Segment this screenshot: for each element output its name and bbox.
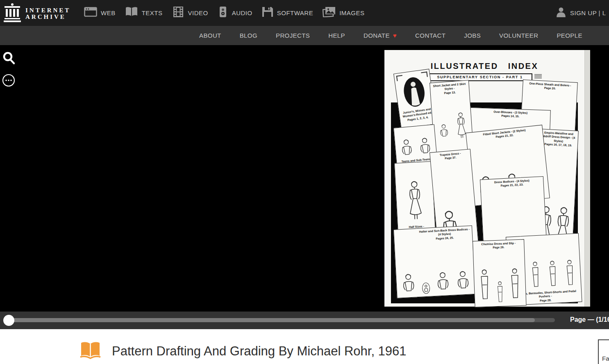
nav-blog[interactable]: BLOG	[240, 32, 257, 39]
nav-software[interactable]: SOFTWARE	[262, 7, 313, 19]
nav-volunteer[interactable]: VOLUNTEER	[499, 32, 538, 39]
audio-icon	[218, 7, 228, 19]
archive-building-icon	[3, 3, 21, 24]
page-title: ILLUSTRATED INDEX	[384, 61, 584, 71]
nav-video-label: VIDEO	[188, 9, 208, 16]
page-indicator: Page — (1/16	[570, 316, 609, 323]
item-info-bar: Pattern Drafting And Grading By Michael …	[0, 329, 609, 364]
video-icon	[172, 7, 184, 19]
nav-audio[interactable]: AUDIO	[218, 7, 252, 19]
media-type-nav: WEB TEXTS VIDEO	[84, 0, 365, 25]
nav-images-label: IMAGES	[339, 9, 364, 16]
sign-up-link[interactable]: SIGN UP | L	[556, 0, 606, 25]
top-navigation-bar: INTERNET ARCHIVE WEB TEXTS	[0, 0, 609, 25]
scrubber-track-loaded	[8, 318, 535, 322]
internet-archive-logo[interactable]: INTERNET ARCHIVE	[3, 3, 70, 24]
book-title: Pattern Drafting And Grading By Michael …	[112, 344, 407, 359]
donate-heart-icon: ♥	[393, 32, 397, 39]
nav-contact[interactable]: CONTACT	[415, 32, 445, 39]
book-icon	[80, 341, 101, 361]
logo-line2: ARCHIVE	[25, 14, 70, 20]
more-options-icon[interactable]	[2, 74, 15, 87]
nav-images[interactable]: IMAGES	[323, 7, 364, 19]
page-banner: SUPPLEMENTARY SECTION - PART 1	[427, 73, 532, 81]
nav-about[interactable]: ABOUT	[199, 32, 221, 39]
sign-up-label: SIGN UP | L	[570, 9, 606, 16]
book-page-image[interactable]: ILLUSTRATED INDEX SUPPLEMENTARY SECTION …	[384, 50, 590, 307]
logo-line1: INTERNET	[25, 7, 70, 14]
scrubber-handle[interactable]	[3, 315, 14, 326]
index-panel: Halter and Sun-Back Dress Bodices - (4 S…	[393, 225, 476, 298]
nav-help[interactable]: HELP	[328, 32, 345, 39]
web-icon	[84, 7, 97, 19]
page-edge	[584, 50, 590, 307]
nav-web-label: WEB	[101, 9, 116, 16]
book-reader-viewer: ILLUSTRATED INDEX SUPPLEMENTARY SECTION …	[0, 45, 609, 312]
index-panel: Half Sizes - Pages 9, 10, 11, 12.	[394, 161, 436, 235]
index-panel: Chemise Dress and Slip - Page 26.	[473, 239, 527, 307]
page-scrubber-bar: Page — (1/16	[0, 312, 609, 329]
nav-web[interactable]: WEB	[84, 7, 116, 19]
scrubber-track[interactable]	[8, 318, 555, 322]
nav-projects[interactable]: PROJECTS	[276, 32, 310, 39]
favorite-button[interactable]: Fa	[598, 339, 609, 364]
nav-texts[interactable]: TEXTS	[125, 7, 163, 19]
nav-texts-label: TEXTS	[142, 9, 163, 16]
person-icon	[556, 7, 566, 19]
search-icon[interactable]	[2, 52, 16, 65]
images-icon	[323, 7, 336, 19]
software-icon	[262, 7, 273, 19]
texts-icon	[125, 7, 138, 19]
banner-ornament-right	[534, 74, 542, 79]
nav-software-label: SOFTWARE	[277, 9, 313, 16]
nav-audio-label: AUDIO	[232, 9, 252, 16]
nav-people[interactable]: PEOPLE	[557, 32, 582, 39]
figure-sketch	[401, 75, 428, 109]
nav-video[interactable]: VIDEO	[172, 7, 208, 19]
nav-jobs[interactable]: JOBS	[464, 32, 481, 39]
site-links-nav: ABOUT BLOG PROJECTS HELP DONATE ♥ CONTAC…	[0, 25, 609, 45]
nav-donate[interactable]: DONATE ♥	[364, 32, 397, 39]
